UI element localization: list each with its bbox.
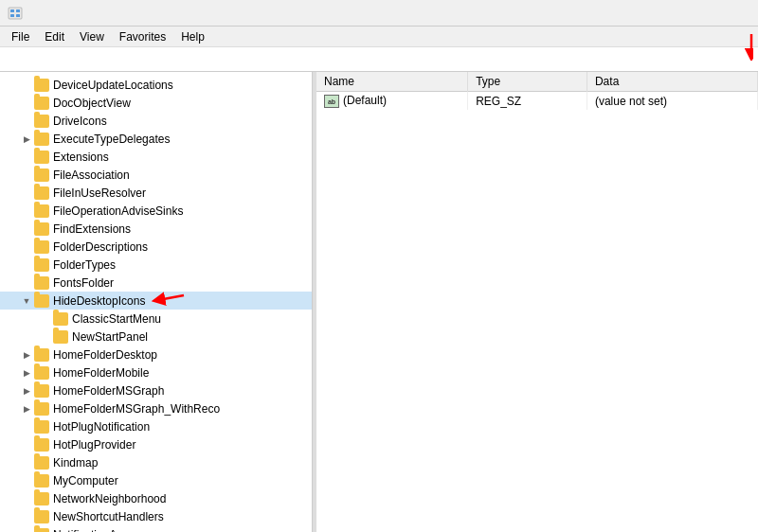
table-header-row: NameTypeData (316, 72, 758, 92)
DeviceUpdateLocations-folder-icon (34, 79, 49, 92)
ClassicStartMenu-label: ClassicStartMenu (72, 312, 161, 326)
menu-item-edit[interactable]: Edit (37, 28, 72, 45)
tree-item-FolderDescriptions[interactable]: FolderDescriptions (0, 238, 312, 256)
tree-item-FolderTypes[interactable]: FolderTypes (0, 256, 312, 274)
tree-item-FindExtensions[interactable]: FindExtensions (0, 220, 312, 238)
HomeFolderMobile-expand-icon[interactable]: ▶ (19, 365, 34, 381)
HomeFolderDesktop-expand-icon[interactable]: ▶ (19, 347, 34, 363)
HomeFolderMobile-folder-icon (34, 366, 49, 380)
tree-item-HotPlugProvider[interactable]: HotPlugProvider (0, 435, 312, 453)
value-pane: NameTypeData ab(Default)REG_SZ(value not… (316, 72, 758, 532)
table-row[interactable]: ab(Default)REG_SZ(value not set) (316, 92, 758, 111)
svg-rect-0 (9, 8, 22, 19)
col-header-data: Data (587, 72, 757, 92)
DriveIcons-expand-icon (19, 114, 34, 129)
tree-item-NewShortcutHandlers[interactable]: NewShortcutHandlers (0, 507, 312, 525)
HideDesktopIcons-label: HideDesktopIcons (53, 294, 145, 308)
ClassicStartMenu-folder-icon (53, 312, 68, 326)
HotPlugNotification-expand-icon (19, 419, 34, 434)
FolderTypes-label: FolderTypes (53, 258, 116, 272)
menu-item-favorites[interactable]: Favorites (112, 28, 173, 45)
ExecuteTypeDelegates-label: ExecuteTypeDelegates (53, 133, 170, 146)
menu-item-view[interactable]: View (72, 28, 112, 45)
HomeFolderMSGraph_WithReco-folder-icon (34, 402, 49, 416)
tree-item-FileAssociation[interactable]: FileAssociation (0, 166, 312, 184)
HotPlugProvider-folder-icon (34, 438, 49, 452)
MyComputer-expand-icon (19, 473, 34, 488)
FileInUseResolver-expand-icon (19, 186, 34, 201)
DriveIcons-folder-icon (34, 115, 49, 128)
NewStartPanel-expand-icon (38, 329, 53, 345)
tree-item-MyComputer[interactable]: MyComputer (0, 471, 312, 489)
tree-item-HideDesktopIcons[interactable]: ▼HideDesktopIcons (0, 292, 312, 310)
tree-item-HotPlugNotification[interactable]: HotPlugNotification (0, 417, 312, 435)
svg-rect-4 (16, 14, 20, 17)
tree-item-HomeFolderMSGraph[interactable]: ▶HomeFolderMSGraph (0, 381, 312, 399)
HideDesktopIcons-folder-icon (34, 294, 49, 308)
svg-line-6 (158, 295, 184, 300)
value-name-text: (Default) (343, 94, 387, 107)
tree-item-FileOperationAdviseSinks[interactable]: FileOperationAdviseSinks (0, 202, 312, 220)
tree-item-ExecuteTypeDelegates[interactable]: ▶ExecuteTypeDelegates (0, 130, 312, 148)
tree-item-FileInUseResolver[interactable]: FileInUseResolver (0, 184, 312, 202)
FindExtensions-expand-icon (19, 222, 34, 237)
FindExtensions-folder-icon (34, 222, 49, 236)
Extensions-folder-icon (34, 151, 49, 164)
HomeFolderDesktop-label: HomeFolderDesktop (53, 348, 157, 362)
NewShortcutHandlers-folder-icon (34, 510, 49, 523)
HotPlugProvider-label: HotPlugProvider (53, 438, 135, 452)
menu-item-help[interactable]: Help (173, 28, 212, 45)
FontsFolder-label: FontsFolder (53, 276, 114, 290)
tree-item-Kindmap[interactable]: Kindmap (0, 453, 312, 471)
NetworkNeighborhood-expand-icon (19, 491, 34, 506)
HotPlugProvider-expand-icon (19, 437, 34, 452)
title-bar (0, 0, 758, 27)
HomeFolderMSGraph-expand-icon[interactable]: ▶ (19, 383, 34, 399)
tree-item-ClassicStartMenu[interactable]: ClassicStartMenu (0, 310, 312, 328)
tree-item-DocObjectView[interactable]: DocObjectView (0, 94, 312, 112)
menu-item-file[interactable]: File (4, 28, 37, 45)
tree-item-DeviceUpdateLocations[interactable]: DeviceUpdateLocations (0, 76, 312, 94)
HomeFolderMSGraph_WithReco-expand-icon[interactable]: ▶ (19, 401, 34, 417)
DeviceUpdateLocations-label: DeviceUpdateLocations (53, 79, 173, 92)
HotPlugNotification-label: HotPlugNotification (53, 420, 150, 434)
FileAssociation-label: FileAssociation (53, 168, 130, 182)
NetworkNeighborhood-label: NetworkNeighborhood (53, 492, 166, 505)
FileInUseResolver-folder-icon (34, 186, 49, 200)
FolderTypes-folder-icon (34, 258, 49, 272)
tree-item-FontsFolder[interactable]: FontsFolder (0, 274, 312, 292)
tree-item-NotificationArea[interactable]: NotificationArea (0, 525, 312, 532)
FileAssociation-folder-icon (34, 168, 49, 182)
Extensions-label: Extensions (53, 151, 109, 164)
tree-item-HomeFolderMobile[interactable]: ▶HomeFolderMobile (0, 364, 312, 381)
ClassicStartMenu-expand-icon (38, 311, 53, 327)
FindExtensions-label: FindExtensions (53, 222, 131, 236)
tree-red-arrow (151, 292, 189, 310)
FolderDescriptions-folder-icon (34, 240, 49, 254)
ExecuteTypeDelegates-folder-icon (34, 133, 49, 146)
FileOperationAdviseSinks-folder-icon (34, 204, 49, 218)
tree-item-DriveIcons[interactable]: DriveIcons (0, 112, 312, 130)
HomeFolderMSGraph-folder-icon (34, 384, 49, 398)
value-type-cell: REG_SZ (468, 92, 587, 111)
col-header-type: Type (468, 72, 587, 92)
tree-item-Extensions[interactable]: Extensions (0, 148, 312, 166)
FileInUseResolver-label: FileInUseResolver (53, 186, 146, 200)
HomeFolderMobile-label: HomeFolderMobile (53, 366, 149, 380)
NewShortcutHandlers-expand-icon (19, 509, 34, 524)
tree-pane[interactable]: DeviceUpdateLocationsDocObjectViewDriveI… (0, 72, 313, 532)
value-table: NameTypeData ab(Default)REG_SZ(value not… (316, 72, 758, 110)
FileOperationAdviseSinks-label: FileOperationAdviseSinks (53, 204, 183, 218)
tree-item-NetworkNeighborhood[interactable]: NetworkNeighborhood (0, 489, 312, 507)
value-name-cell: ab(Default) (316, 92, 468, 111)
ExecuteTypeDelegates-expand-icon[interactable]: ▶ (19, 132, 34, 147)
tree-item-HomeFolderDesktop[interactable]: ▶HomeFolderDesktop (0, 346, 312, 364)
tree-item-NewStartPanel[interactable]: NewStartPanel (0, 328, 312, 346)
tree-item-HomeFolderMSGraph_WithReco[interactable]: ▶HomeFolderMSGraph_WithReco (0, 399, 312, 417)
main-content: DeviceUpdateLocationsDocObjectViewDriveI… (0, 72, 758, 532)
DeviceUpdateLocations-expand-icon (19, 78, 34, 93)
FolderDescriptions-label: FolderDescriptions (53, 240, 148, 254)
svg-rect-1 (10, 9, 14, 12)
col-header-name: Name (316, 72, 468, 92)
HideDesktopIcons-expand-icon[interactable]: ▼ (19, 293, 34, 309)
